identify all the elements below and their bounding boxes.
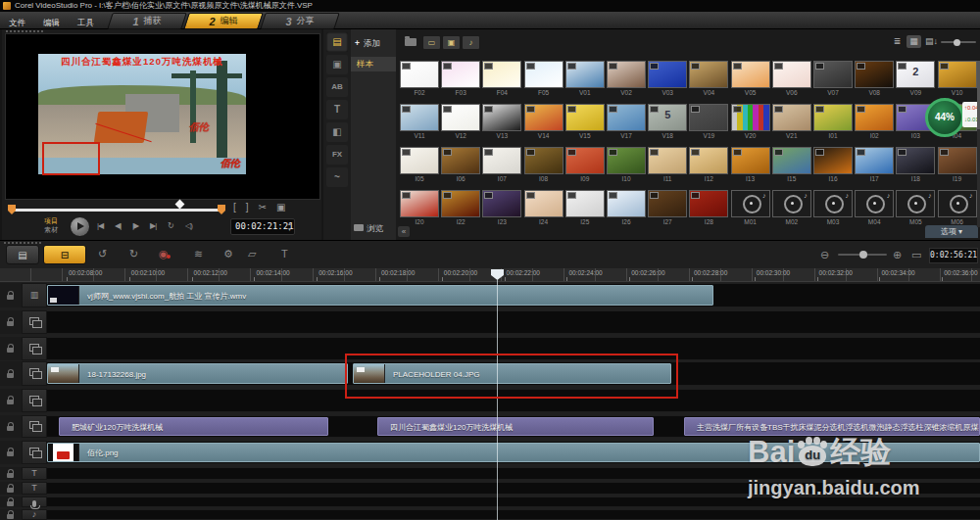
library-thumbnail-V09[interactable]: 2V09 [896,61,935,96]
filter-photo-icon[interactable]: ▣ [442,35,461,50]
step-tab-3[interactable]: 3分享 [260,13,340,29]
library-thumbnail-M01[interactable]: ♪M01 [731,190,770,225]
timeline-view-button[interactable]: ⊟ [43,245,86,264]
track-button-overlay-2[interactable] [22,310,47,334]
collapse-panel-button[interactable]: « [398,226,410,237]
track-lock-icon[interactable] [7,295,14,300]
filter-video-icon[interactable]: ▭ [422,35,441,50]
redo-icon[interactable]: ↻ [129,248,138,260]
library-thumbnail-I13[interactable]: I13 [731,147,770,182]
record-capture-icon[interactable]: ◉ [159,248,169,260]
track-lock-icon[interactable] [7,400,14,404]
menu-item-edit[interactable]: 编辑 [34,15,69,30]
library-thumbnail-I10[interactable]: I10 [607,147,646,182]
library-thumbnail-I16[interactable]: I16 [813,147,853,182]
sort-button[interactable]: ▤↓ [924,35,939,48]
ripple-edit-icon[interactable]: ▱ [248,248,256,260]
repeat-button[interactable]: ↻ [168,221,173,230]
title-icon[interactable]: T [326,100,348,119]
library-thumbnail-V10[interactable]: V10 [938,61,977,96]
library-thumbnail-I24[interactable]: I24 [524,190,564,225]
timeline-clip[interactable]: 四川合江蜀鑫煤业120万吨洗煤机械 [377,417,654,436]
folder-icon[interactable] [405,38,416,46]
library-thumbnail-V15[interactable]: V15 [565,104,605,139]
timeline-zoom-slider[interactable] [838,254,887,256]
zoom-slider-handle[interactable] [859,251,867,259]
motion-path-icon[interactable]: ~ [326,167,348,187]
library-thumbnail-I05[interactable]: I05 [400,147,439,182]
track-content-voice-10[interactable] [47,496,980,507]
track-lock-icon[interactable] [7,321,14,326]
library-thumbnail-I22[interactable]: I22 [441,190,480,225]
track-content-music-11[interactable] [47,509,980,520]
library-thumbnail-V07[interactable]: V07 [813,61,853,96]
split-clip-button[interactable]: ✂ [259,202,267,213]
zoom-in-icon[interactable]: ⊕ [893,249,902,261]
library-thumbnail-I08[interactable]: I08 [524,147,564,182]
undo-icon[interactable]: ↺ [98,248,107,260]
scrubber-position-marker[interactable] [175,200,185,210]
track-button-overlay-3[interactable] [22,337,47,360]
track-button-music-11[interactable]: ♪ [22,509,47,520]
library-thumbnail-I06[interactable]: I06 [441,147,480,182]
library-thumbnail-M02[interactable]: ♪M02 [772,190,811,225]
graphic-icon[interactable]: ◧ [326,122,348,142]
track-content-title-8[interactable] [47,467,980,480]
options-button[interactable]: 选项 ▾ [925,225,978,238]
library-thumbnail-I11[interactable]: I11 [648,147,687,182]
trim-handle-left[interactable] [8,205,16,214]
filter-fx-icon[interactable]: FX [326,145,348,165]
library-thumbnail-V19[interactable]: V19 [689,104,728,139]
timeline-clip[interactable]: 佰伦.png [47,443,980,462]
library-thumbnail-I01[interactable]: I01 [813,104,853,139]
track-lock-icon[interactable] [7,348,14,353]
timeline-clip[interactable]: 肥城矿业120万吨洗煤机械 [59,417,328,436]
track-button-overlay-7[interactable] [22,441,47,464]
menu-item-tools[interactable]: 工具 [69,15,103,30]
library-thumbnail-I12[interactable]: I12 [689,147,728,182]
track-button-overlay-4[interactable] [22,361,47,386]
track-content-title-9[interactable] [47,482,980,495]
mark-in-button[interactable]: [ [233,202,236,213]
preview-video-area[interactable]: 四川合江蜀鑫煤业120万吨洗煤机械 佰伦 佰伦 [5,33,320,200]
library-thumbnail-V14[interactable]: V14 [524,104,564,139]
mode-project-label[interactable]: 项目 [44,217,58,225]
library-thumbnail-V18[interactable]: 5V18 [648,104,687,139]
timeline-clip[interactable]: 主营洗煤厂所有设备TBS干扰床煤泥分选机浮选机微泡静态浮选柱深锥浓缩机原煤 [684,417,980,436]
track-lock-icon[interactable] [7,373,14,378]
filter-audio-icon[interactable]: ♪ [462,35,480,50]
library-thumbnail-I15[interactable]: I15 [772,147,811,182]
library-thumbnail-V17[interactable]: V17 [607,104,646,139]
fit-project-icon[interactable]: ▭ [911,249,921,261]
timecode-spinner[interactable]: ▲▼ [287,220,292,232]
timeline-ruler[interactable]: 00:02:08:0000:02:10:0000:02:12:0000:02:1… [0,268,980,282]
library-thumbnail-V20[interactable]: V20 [731,104,770,139]
track-button-video-1[interactable]: ▥ [22,283,47,307]
prev-frame-button[interactable]: ◀| [115,221,121,230]
library-thumbnail-V05[interactable]: V05 [731,61,770,96]
instant-project-icon[interactable]: ▣ [326,55,348,74]
storyboard-view-button[interactable]: ▤ [6,245,39,264]
library-thumbnail-V13[interactable]: V13 [482,104,521,139]
timeline-clip[interactable]: vj师网_www.vjshi.com_航拍 工业 宣传片.wmv [47,285,713,306]
library-thumbnail-I23[interactable]: I23 [482,190,521,225]
track-button-overlay-5[interactable] [22,389,47,412]
track-lock-icon[interactable] [7,426,14,431]
library-thumbnail-I09[interactable]: I09 [565,147,605,182]
zoom-out-icon[interactable]: ⊖ [820,249,829,261]
browse-button[interactable]: 浏览 [354,223,383,235]
transition-ab-icon[interactable]: AB [326,77,348,97]
library-thumbnail-F03[interactable]: F03 [441,61,480,96]
list-view-button[interactable]: ≣ [890,35,905,48]
sound-mixer-icon[interactable]: ⚙ [223,248,233,260]
slider-handle[interactable] [954,39,960,46]
library-thumbnail-F05[interactable]: F05 [524,61,564,96]
subtitle-icon[interactable]: T [281,248,288,260]
library-thumbnail-M06[interactable]: ♪M06 [938,190,977,225]
go-start-button[interactable]: |◀ [97,221,103,230]
library-thumbnail-V11[interactable]: V11 [400,104,439,139]
library-thumbnail-V01[interactable]: V01 [565,61,605,96]
net-speed-badge[interactable]: 44% [925,98,964,137]
step-tab-2[interactable]: 2编辑 [183,13,264,29]
library-thumbnail-V21[interactable]: V21 [772,104,811,139]
